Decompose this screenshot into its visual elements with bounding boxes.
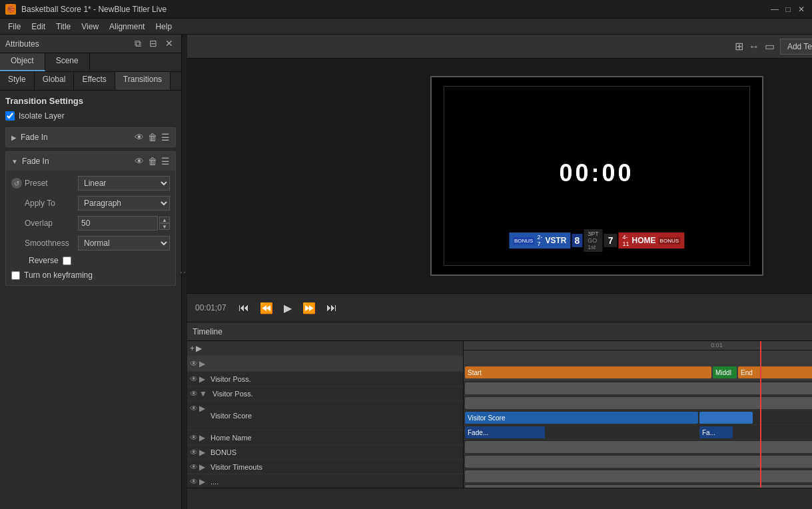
menu-alignment[interactable]: Alignment [104, 21, 150, 33]
clip-visitor-score-extra[interactable] [699, 412, 753, 424]
minimize-button[interactable]: — [769, 4, 780, 15]
track-name-visitor-timeouts: Visitor Timeouts [208, 463, 463, 471]
attr-pin-button[interactable]: ⧉ [132, 38, 144, 49]
clip-fade-1[interactable]: Fade... [465, 426, 545, 438]
attr-header-buttons: ⧉ ⊟ ✕ [132, 38, 176, 49]
tab-effects[interactable]: Effects [74, 72, 115, 90]
fade-in-collapsed-delete-icon[interactable]: 🗑 [148, 132, 157, 143]
track-expand-icon-0[interactable]: ▶ [199, 359, 205, 368]
score-center-info: GO 1st [588, 237, 599, 251]
fade-in-expanded-delete-icon[interactable]: 🗑 [148, 156, 157, 167]
window-title: Basketball Score 1* - NewBlue Titler Liv… [21, 5, 767, 14]
isolate-layer-checkbox[interactable] [5, 111, 15, 121]
clip-end[interactable]: End [738, 366, 812, 378]
fade-in-expanded-visibility-icon[interactable]: 👁 [135, 156, 144, 167]
fade-in-collapsed-menu-icon[interactable]: ☰ [161, 132, 170, 143]
track-name-visitor-score: Visitor Score [208, 412, 463, 420]
smoothness-select[interactable]: Normal [78, 236, 170, 251]
isolate-layer-label: Isolate Layer [19, 111, 65, 121]
menu-title[interactable]: Title [51, 21, 76, 33]
ruler-area: 0:01 0:02 Start Middl End [464, 341, 812, 488]
track-row-visitor-poss-2: 👁 ▼ Visitor Poss. [187, 386, 463, 401]
playback-time: 00:01;07 [195, 303, 226, 312]
track-expand-icon-1[interactable]: ▶ [199, 374, 205, 384]
step-back-button[interactable]: ⏪ [256, 302, 277, 314]
preset-select[interactable]: Linear [78, 176, 170, 191]
overlap-up-arrow[interactable]: ▲ [159, 217, 170, 223]
keyframe-checkbox[interactable] [11, 271, 20, 280]
preview-inner: 00:00 BONUS 2-7 VSTR 8 3PT GO 1st 7 [444, 86, 750, 266]
ruler-label-01: 0:01 [711, 342, 723, 348]
fade-in-content: ↺ Preset Linear Apply To [6, 171, 175, 285]
fade-in-expanded-menu-icon[interactable]: ☰ [161, 156, 170, 167]
transport-bar: 00:01;07 ⏮ ⏪ ▶ ⏩ ⏭ Titler 00:02;00 [187, 293, 812, 322]
overlap-down-arrow[interactable]: ▼ [159, 223, 170, 230]
attr-close-button[interactable]: ✕ [163, 38, 176, 49]
track-eye-icon-7[interactable]: 👁 [190, 477, 198, 486]
apply-to-select[interactable]: Paragraph [78, 196, 170, 211]
track-name-dots: .... [208, 478, 463, 486]
step-forward-button[interactable]: ⏩ [298, 302, 320, 314]
tab-object[interactable]: Object [0, 53, 45, 71]
fade-in-collapsed-visibility-icon[interactable]: 👁 [135, 132, 144, 143]
track-name-bonus: BONUS [208, 448, 463, 456]
expand-track-icon[interactable]: ▶ [196, 344, 202, 353]
grid-icon[interactable]: ⊞ [735, 40, 743, 53]
add-text-button[interactable]: Add Text [780, 39, 812, 55]
panel-divider[interactable]: ⋮ [182, 35, 187, 509]
smoothness-row: Smoothness Normal [11, 236, 170, 251]
track-expand-icon-6[interactable]: ▶ [199, 462, 205, 472]
timeline-header: Timeline ⧉ ⊟ ✕ [187, 322, 812, 341]
close-button[interactable]: ✕ [796, 4, 807, 15]
clip-visitor-score[interactable]: Visitor Score [465, 412, 698, 424]
attr-popout-button[interactable]: ⊟ [147, 38, 160, 49]
fade-in-expanded-header[interactable]: ▼ Fade In 👁 🗑 ☰ [6, 152, 175, 171]
track-eye-icon-3[interactable]: 👁 [190, 404, 198, 413]
track-eye-icon-6[interactable]: 👁 [190, 462, 198, 472]
track-expand-icon-5[interactable]: ▶ [199, 448, 205, 457]
go-end-button[interactable]: ⏭ [322, 302, 341, 314]
keyframe-row: Turn on keyframing [11, 270, 170, 280]
timeline-title: Timeline [193, 327, 812, 336]
add-track-icon[interactable]: + [190, 344, 195, 353]
overlap-input[interactable] [78, 216, 158, 231]
clip-middle[interactable]: Middl [713, 366, 737, 378]
track-eye-icon-5[interactable]: 👁 [190, 448, 198, 457]
score-left-num: 2-7 [537, 234, 542, 247]
play-button[interactable]: ▶ [280, 302, 296, 314]
menu-file[interactable]: File [3, 21, 26, 33]
reverse-row: Reverse [11, 256, 170, 265]
tab-style[interactable]: Style [0, 72, 35, 90]
track-eye-icon-0[interactable]: 👁 [190, 359, 198, 368]
track-expand-icon-2[interactable]: ▼ [199, 389, 207, 398]
track-eye-icon-4[interactable]: 👁 [190, 433, 198, 442]
track-row-dots: 👁 ▶ .... [187, 474, 463, 488]
fade-in-collapsed-label: Fade In [21, 133, 135, 142]
preview-area: 00:00 BONUS 2-7 VSTR 8 3PT GO 1st 7 [187, 59, 812, 293]
tab-global[interactable]: Global [35, 72, 75, 90]
track-expand-icon-3[interactable]: ▶ [199, 404, 205, 413]
clip-start[interactable]: Start [465, 366, 711, 378]
apply-to-label: Apply To [25, 199, 78, 208]
reverse-checkbox[interactable] [63, 256, 71, 265]
fade-in-collapsed-header[interactable]: ▶ Fade In 👁 🗑 ☰ [6, 128, 175, 147]
menu-edit[interactable]: Edit [26, 21, 51, 33]
clip-fa-1[interactable]: Fa... [699, 426, 733, 438]
menu-view[interactable]: View [76, 21, 104, 33]
menubar: File Edit Title View Alignment Help [0, 19, 812, 35]
track-expand-icon-4[interactable]: ▶ [199, 433, 205, 442]
track-expand-icon-7[interactable]: ▶ [199, 477, 205, 486]
frame-icon[interactable]: ▭ [765, 40, 775, 53]
track-eye-icon-2[interactable]: 👁 [190, 389, 198, 398]
go-start-button[interactable]: ⏮ [234, 302, 253, 314]
score-right-team: HOME [632, 236, 656, 245]
ruler-icon[interactable]: ↔ [749, 41, 759, 53]
track-eye-icon-1[interactable]: 👁 [190, 374, 198, 384]
track-row-visitor-timeouts: 👁 ▶ Visitor Timeouts [187, 460, 463, 474]
tab-transitions[interactable]: Transitions [115, 72, 171, 90]
preset-reset-button[interactable]: ↺ [11, 178, 22, 189]
maximize-button[interactable]: □ [783, 4, 793, 15]
menu-help[interactable]: Help [150, 21, 177, 33]
tab-scene[interactable]: Scene [45, 53, 90, 71]
playhead[interactable] [760, 341, 761, 488]
